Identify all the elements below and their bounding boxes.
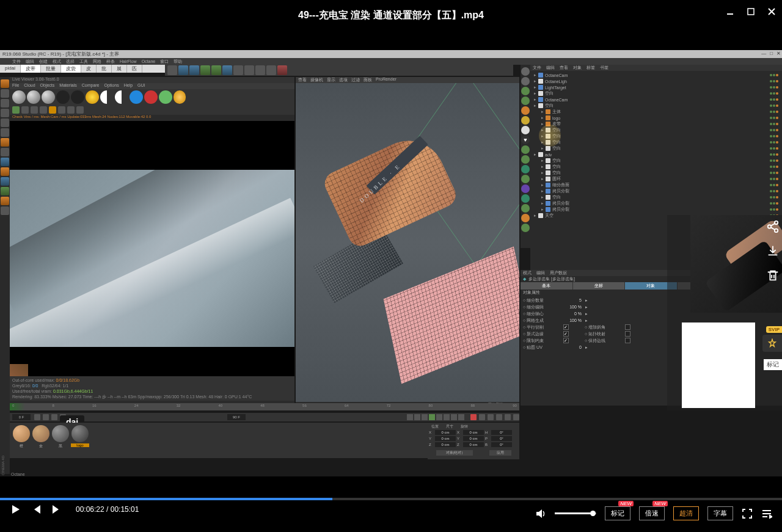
tool-icon[interactable]: [496, 414, 502, 420]
volume-slider[interactable]: [555, 512, 596, 514]
contrast-icon[interactable]: [100, 90, 114, 104]
dollar-icon[interactable]: [521, 116, 530, 125]
coord-input[interactable]: 0 cm: [435, 430, 456, 435]
contrast-icon[interactable]: [115, 90, 128, 104]
tab[interactable]: 批量: [41, 65, 61, 73]
vp-menu-item[interactable]: ProRender: [376, 77, 396, 83]
refresh-icon[interactable]: [159, 90, 172, 104]
stop-icon[interactable]: [56, 90, 70, 104]
cube-icon[interactable]: [178, 65, 188, 75]
tool-icon[interactable]: [40, 106, 47, 114]
tool-icon[interactable]: [1, 148, 9, 156]
deformer-icon[interactable]: [211, 65, 221, 75]
object-tree-item[interactable]: ▸空白: [532, 103, 781, 109]
menu-item[interactable]: 文件: [12, 59, 21, 65]
vp-menu-item[interactable]: 面板: [364, 77, 372, 83]
object-tree-item[interactable]: ▸OctaneCam: [532, 72, 781, 78]
blue-icon[interactable]: [130, 90, 143, 104]
object-tree[interactable]: ▸OctaneCam▸OctaneLigh▸LightTarget▸空白▸Oct…: [530, 71, 782, 220]
lv-menu-item[interactable]: Compare: [82, 83, 100, 89]
lv-menu-item[interactable]: Help: [124, 83, 133, 89]
speed-button[interactable]: 倍速 NEW: [639, 506, 665, 520]
apply-button[interactable]: 应用: [489, 450, 511, 456]
c4d-minimize-icon[interactable]: —: [761, 51, 766, 56]
object-tree-item[interactable]: ▸OctaneCam: [532, 97, 781, 103]
tool-icon[interactable]: [488, 414, 494, 420]
sphere-icon[interactable]: [27, 90, 40, 104]
next-frame-icon[interactable]: [436, 414, 442, 420]
tool-icon[interactable]: [167, 65, 177, 75]
tool-icon[interactable]: [1, 109, 9, 117]
tool-icon[interactable]: [255, 65, 265, 75]
key-icon[interactable]: [43, 414, 49, 420]
sphere-icon[interactable]: [42, 90, 55, 104]
tab[interactable]: 皮带: [21, 65, 41, 73]
tool-icon[interactable]: [1, 206, 9, 215]
vp-menu-item[interactable]: 过滤: [351, 77, 360, 83]
close-icon[interactable]: [767, 7, 776, 16]
scale-icon[interactable]: [1, 89, 9, 98]
checkbox[interactable]: [625, 331, 630, 337]
render-icon[interactable]: [277, 65, 287, 75]
coord-input[interactable]: 0°: [491, 442, 512, 447]
menu-item[interactable]: 样条: [106, 59, 115, 65]
share-icon[interactable]: [766, 220, 780, 233]
object-tree-item[interactable]: ▸空白: [532, 164, 781, 170]
object-tree-item[interactable]: ▸空白: [532, 133, 781, 139]
target-icon[interactable]: [67, 106, 75, 114]
object-tree-item[interactable]: ▸拷贝分裂: [532, 206, 781, 213]
object-tree-item[interactable]: ▸OctaneLigh: [532, 78, 781, 84]
prev-key-icon[interactable]: [414, 414, 420, 420]
spline-icon[interactable]: [189, 65, 199, 75]
coord-input[interactable]: 0°: [491, 436, 512, 441]
lv-menu-item[interactable]: Objects: [40, 83, 55, 89]
tab[interactable]: 匹: [127, 65, 142, 73]
tool-icon[interactable]: [521, 67, 530, 76]
menu-item[interactable]: HairFlow: [120, 59, 137, 64]
coord-input[interactable]: 0 cm: [463, 430, 484, 435]
arrow-icon[interactable]: [174, 90, 186, 104]
lv-menu-item[interactable]: GUI: [137, 83, 145, 89]
pin-button[interactable]: [762, 335, 782, 352]
pause-icon[interactable]: [31, 106, 38, 114]
tool-icon[interactable]: [521, 155, 530, 164]
fullscreen-icon[interactable]: [742, 508, 753, 519]
tool-icon[interactable]: [76, 106, 84, 114]
menu-item[interactable]: 模式: [53, 59, 61, 65]
c4d-close-icon[interactable]: ✕: [777, 51, 781, 56]
tool-icon[interactable]: [1, 128, 9, 137]
coord-input[interactable]: 0 cm: [463, 436, 484, 441]
gear-icon[interactable]: [12, 106, 20, 114]
om-menu-item[interactable]: 文件: [533, 65, 541, 71]
am-menu-item[interactable]: 模式: [523, 270, 532, 276]
tool-icon[interactable]: [266, 65, 276, 75]
env-icon[interactable]: [222, 65, 232, 75]
tree-icon[interactable]: [521, 224, 530, 232]
object-tree-item[interactable]: ▸adv: [532, 151, 781, 158]
checkbox[interactable]: [563, 324, 569, 330]
subtitle-button[interactable]: 字幕: [707, 506, 733, 520]
object-tree-item[interactable]: ▸LightTarget: [532, 84, 781, 90]
menu-item[interactable]: 帮助: [174, 59, 182, 65]
object-tree-item[interactable]: ▸空白: [532, 170, 781, 176]
am-tab[interactable]: 坐标: [573, 282, 626, 290]
lock-icon[interactable]: [49, 106, 56, 114]
sun-icon[interactable]: [86, 90, 99, 104]
object-tree-item[interactable]: ▸主体: [532, 109, 781, 115]
tool-icon[interactable]: [521, 145, 530, 154]
menu-item[interactable]: 窗口: [160, 59, 169, 65]
tool-icon[interactable]: [1, 197, 9, 205]
progress-bar[interactable]: [0, 498, 782, 500]
tool-icon[interactable]: [1, 118, 9, 127]
om-menu-item[interactable]: 查看: [560, 65, 568, 71]
object-tree-item[interactable]: ▸拷贝分裂: [532, 188, 781, 194]
camera-icon[interactable]: [233, 65, 243, 75]
maximize-icon[interactable]: [747, 7, 755, 16]
material-thumb[interactable]: 金: [32, 425, 50, 456]
lv-menu-item[interactable]: Options: [104, 83, 119, 89]
lv-menu-item[interactable]: File: [12, 83, 19, 89]
checkbox[interactable]: [625, 324, 630, 330]
tab[interactable]: 展: [112, 65, 127, 73]
object-tree-item[interactable]: ▸logo: [532, 115, 781, 121]
object-tree-item[interactable]: ▸圆环: [532, 176, 781, 182]
